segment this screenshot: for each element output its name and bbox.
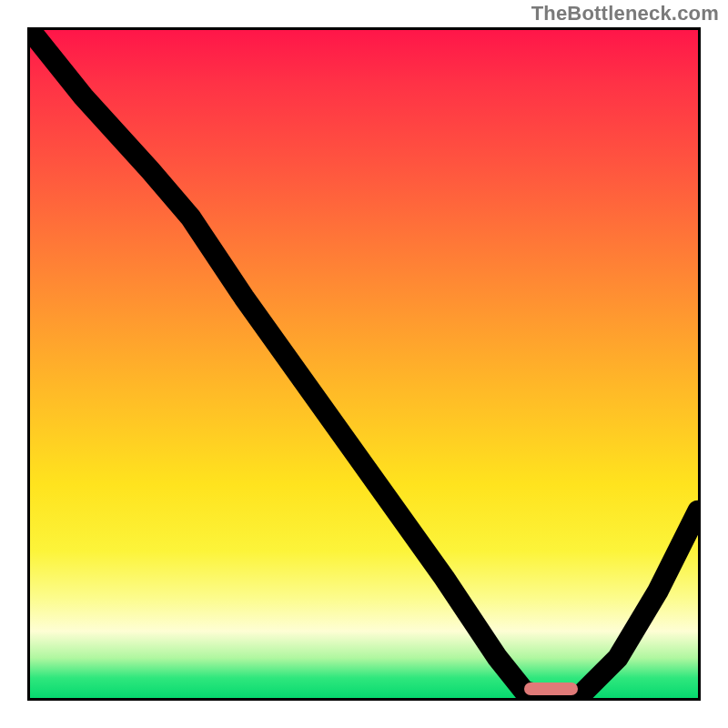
chart-frame: TheBottleneck.com: [0, 0, 728, 728]
bottleneck-curve: [30, 30, 698, 698]
curve-layer: [30, 30, 698, 698]
optimal-range-marker: [524, 682, 578, 695]
watermark-text: TheBottleneck.com: [531, 2, 719, 25]
plot-area: [27, 27, 701, 701]
